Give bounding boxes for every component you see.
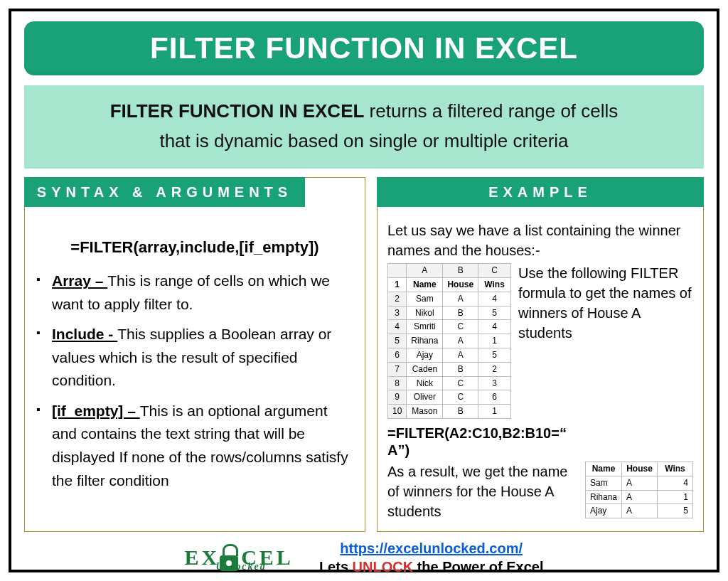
formula-line: A”) [387, 442, 410, 458]
cell: 2 [478, 362, 511, 376]
cell: Caden [407, 362, 443, 376]
cell: Smriti [407, 320, 443, 334]
cell: Ajay [407, 348, 443, 362]
tagline-unlock: UNLOCK [353, 559, 414, 575]
cell: Rihana [407, 334, 443, 348]
cell: 1 [478, 334, 511, 348]
brand-logo: E X C E L Unlocked [184, 544, 290, 571]
col-letter: A [407, 264, 443, 278]
row-number: 2 [388, 292, 407, 306]
col-letter: B [443, 264, 478, 278]
result-spreadsheet: Name House Wins SamA4 RihanaA1 AjayA5 [585, 462, 693, 518]
result-cell: 5 [658, 504, 693, 518]
example-tab: EXAMPLE [377, 177, 704, 207]
header-cell: House [443, 277, 478, 292]
argument-item: Array – This is range of cells on which … [35, 270, 355, 316]
result-cell: A [622, 504, 658, 518]
cell: B [443, 362, 478, 376]
example-result-text: As a result, we get the name of winners … [387, 462, 575, 521]
cell: 3 [478, 376, 511, 390]
argument-item: [if_empty] – This is an optional argumen… [35, 400, 355, 492]
cell: Mason [407, 405, 443, 419]
corner-cell [388, 264, 407, 278]
argument-name: Array – [52, 272, 107, 289]
cell: C [443, 390, 478, 405]
row-number: 9 [388, 390, 407, 405]
formula-line: =FILTER(A2:C10,B2:B10=“ [387, 425, 567, 441]
result-cell: 4 [658, 476, 693, 490]
cell: Oliver [407, 390, 443, 405]
argument-item: Include - This supplies a Boolean array … [35, 323, 355, 393]
example-lead: Let us say we have a list containing the… [387, 220, 693, 260]
row-number: 3 [388, 306, 407, 320]
intro-strong: FILTER FUNCTION IN EXCEL [110, 100, 365, 122]
cell: 5 [478, 348, 511, 362]
row-number: 4 [388, 320, 407, 334]
syntax-panel: SYNTAX & ARGUMENTS =FILTER(array,include… [24, 177, 365, 532]
row-number: 6 [388, 348, 407, 362]
cell: 6 [478, 390, 511, 405]
cell: C [443, 320, 478, 334]
cell: C [443, 376, 478, 390]
footer-link[interactable]: https://excelunlocked.com/ [340, 540, 523, 556]
row-number: 10 [388, 405, 407, 419]
intro-line2: that is dynamic based on single or multi… [159, 130, 568, 151]
row-number: 1 [388, 277, 407, 292]
example-formula: =FILTER(A2:C10,B2:B10=“ A”) [387, 425, 693, 459]
cell: A [443, 334, 478, 348]
argument-list: Array – This is range of cells on which … [35, 270, 355, 492]
cell: B [443, 306, 478, 320]
logo-subtitle: Unlocked [215, 561, 266, 572]
footer-text: https://excelunlocked.com/ Lets UNLOCK t… [319, 539, 544, 576]
example-body: Let us say we have a list containing the… [387, 220, 693, 521]
result-cell: 1 [658, 490, 693, 504]
result-header: Wins [658, 462, 693, 476]
logo-letter: L [277, 545, 291, 570]
result-header: House [622, 462, 658, 476]
result-cell: Ajay [585, 504, 621, 518]
cell: 1 [478, 405, 511, 419]
argument-name: [if_empty] – [52, 403, 140, 419]
result-cell: Rihana [585, 490, 621, 504]
syntax-tab: SYNTAX & ARGUMENTS [24, 177, 305, 207]
cell: A [443, 292, 478, 306]
row-number: 5 [388, 334, 407, 348]
footer: E X C E L Unlocked https://excelunlocked… [24, 539, 704, 576]
page-title: FILTER FUNCTION IN EXCEL [150, 31, 578, 65]
columns: SYNTAX & ARGUMENTS =FILTER(array,include… [24, 177, 704, 532]
cell: Sam [407, 292, 443, 306]
col-letter: C [478, 264, 511, 278]
source-spreadsheet: A B C 1 Name House Wins [387, 263, 511, 419]
cell: 4 [478, 320, 511, 334]
intro-rest1: returns a filtered range of cells [364, 100, 618, 122]
cell: A [443, 348, 478, 362]
cell: Nick [407, 376, 443, 390]
syntax-formula: =FILTER(array,include,[if_empty]) [35, 238, 355, 257]
example-side-text: Use the following FILTER formula to get … [518, 263, 693, 343]
result-header: Name [585, 462, 621, 476]
result-cell: A [622, 490, 658, 504]
intro-box: FILTER FUNCTION IN EXCEL returns a filte… [24, 85, 704, 169]
page: FILTER FUNCTION IN EXCEL FILTER FUNCTION… [9, 9, 719, 572]
result-cell: A [622, 476, 658, 490]
cell: 4 [478, 292, 511, 306]
argument-name: Include - [52, 326, 117, 342]
header-cell: Wins [478, 277, 511, 292]
result-cell: Sam [585, 476, 621, 490]
cell: 5 [478, 306, 511, 320]
logo-letter: E [184, 545, 198, 570]
logo-letter: X [202, 545, 218, 570]
page-title-banner: FILTER FUNCTION IN EXCEL [24, 21, 704, 75]
header-cell: Name [407, 277, 443, 292]
example-panel: EXAMPLE Let us say we have a list contai… [377, 177, 704, 532]
tagline-pre: Lets [319, 559, 353, 575]
row-number: 8 [388, 376, 407, 390]
cell: B [443, 405, 478, 419]
cell: Nikol [407, 306, 443, 320]
row-number: 7 [388, 362, 407, 376]
tagline-post: the Power of Excel [413, 559, 543, 575]
